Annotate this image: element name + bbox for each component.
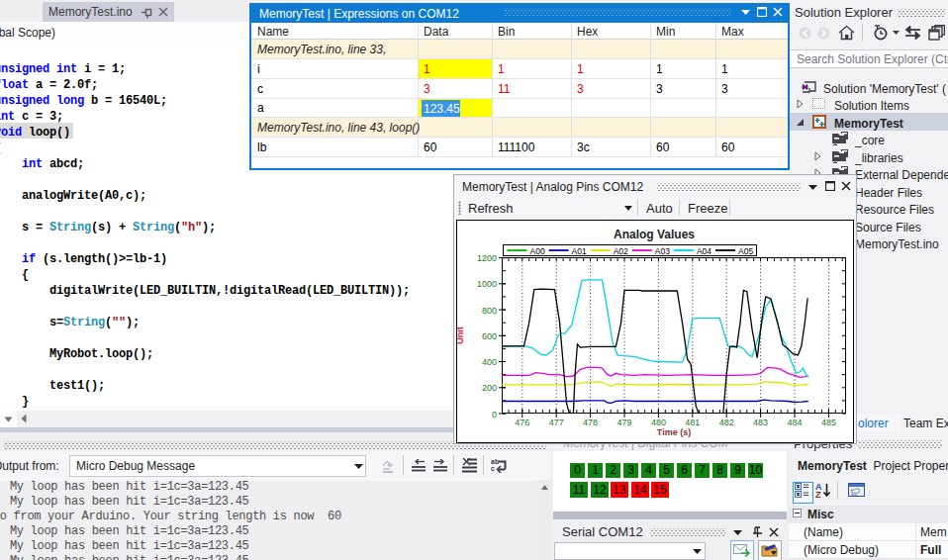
- svg-text:A04: A04: [697, 246, 711, 256]
- svg-text:600: 600: [482, 331, 497, 341]
- svg-text:A00: A00: [530, 246, 545, 256]
- svg-text:478: 478: [583, 418, 598, 427]
- svg-text:481: 481: [685, 418, 700, 427]
- svg-text:A03: A03: [655, 246, 670, 256]
- svg-text:484: 484: [787, 418, 802, 427]
- svg-text:Analog Values: Analog Values: [614, 228, 695, 241]
- svg-text:479: 479: [616, 418, 631, 427]
- svg-text:A01: A01: [572, 246, 587, 256]
- svg-text:485: 485: [821, 418, 836, 427]
- svg-text:1200: 1200: [477, 253, 497, 263]
- svg-text:A05: A05: [738, 246, 753, 256]
- svg-text:Time (s): Time (s): [657, 427, 691, 437]
- svg-text:ab: ab: [491, 458, 499, 465]
- svg-text:A02: A02: [614, 246, 628, 256]
- svg-text:Unit: Unit: [456, 327, 465, 344]
- svg-text:482: 482: [719, 418, 734, 427]
- svg-text:Z: Z: [815, 490, 821, 499]
- svg-text:476: 476: [515, 418, 529, 427]
- svg-text:0: 0: [492, 410, 497, 420]
- svg-text:c: c: [491, 465, 495, 472]
- svg-text:400: 400: [482, 357, 497, 367]
- svg-text:483: 483: [753, 418, 768, 427]
- svg-text:480: 480: [651, 418, 666, 427]
- svg-text:477: 477: [549, 418, 564, 427]
- svg-text:800: 800: [482, 306, 497, 316]
- svg-text:1000: 1000: [477, 279, 497, 289]
- svg-text:200: 200: [482, 383, 497, 393]
